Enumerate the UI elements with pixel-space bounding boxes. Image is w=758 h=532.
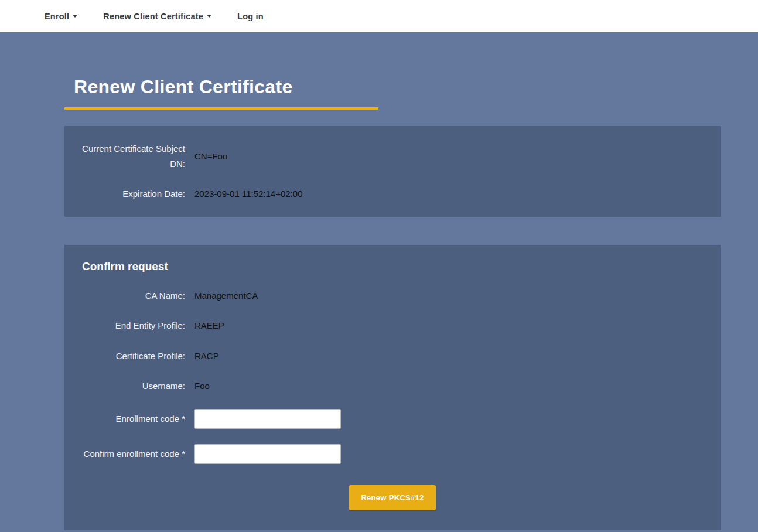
nav-log-in[interactable]: Log in — [237, 12, 264, 21]
page-title-underline: Renew Client Certificate — [64, 76, 378, 110]
renew-pkcs12-button[interactable]: Renew PKCS#12 — [349, 485, 435, 510]
expiration-date-row: Expiration Date: 2023-09-01 11:52:14+02:… — [82, 186, 703, 202]
end-entity-profile-value: RAEEP — [194, 320, 224, 330]
confirm-request-panel: Confirm request CA Name: ManagementCA En… — [64, 245, 721, 530]
confirm-enrollment-code-input[interactable] — [194, 444, 341, 464]
page-title: Renew Client Certificate — [74, 76, 378, 98]
ca-name-value: ManagementCA — [194, 291, 258, 301]
chevron-down-icon — [73, 15, 77, 18]
username-row: Username: Foo — [82, 378, 703, 394]
top-navbar: Enroll Renew Client Certificate Log in — [0, 0, 758, 32]
confirm-enrollment-code-row: Confirm enrollment code * — [82, 444, 703, 464]
nav-enroll-menu[interactable]: Enroll — [45, 12, 77, 21]
subject-dn-value: CN=Foo — [194, 151, 227, 161]
subject-dn-label: Current Certificate Subject DN: — [82, 141, 185, 171]
certificate-profile-value: RACP — [194, 351, 219, 361]
chevron-down-icon — [207, 15, 211, 18]
confirm-enrollment-code-label: Confirm enrollment code * — [82, 446, 185, 462]
nav-renew-label: Renew Client Certificate — [103, 12, 203, 21]
current-certificate-panel: Current Certificate Subject DN: CN=Foo E… — [64, 126, 721, 217]
end-entity-profile-row: End Entity Profile: RAEEP — [82, 318, 703, 333]
ca-name-row: CA Name: ManagementCA — [82, 288, 703, 303]
subject-dn-row: Current Certificate Subject DN: CN=Foo — [82, 141, 703, 171]
certificate-profile-label: Certificate Profile: — [82, 349, 185, 364]
enrollment-code-input[interactable] — [194, 409, 341, 429]
nav-renew-client-certificate-menu[interactable]: Renew Client Certificate — [103, 12, 211, 21]
nav-enroll-label: Enroll — [45, 12, 69, 21]
username-value: Foo — [194, 381, 210, 391]
enrollment-code-row: Enrollment code * — [82, 409, 703, 429]
enrollment-code-label: Enrollment code * — [82, 411, 185, 427]
main-content: Renew Client Certificate Current Certifi… — [64, 76, 721, 530]
username-label: Username: — [82, 378, 185, 394]
expiration-date-value: 2023-09-01 11:52:14+02:00 — [194, 189, 302, 199]
ca-name-label: CA Name: — [82, 288, 185, 303]
nav-login-label: Log in — [237, 12, 264, 21]
certificate-profile-row: Certificate Profile: RACP — [82, 349, 703, 364]
end-entity-profile-label: End Entity Profile: — [82, 318, 185, 333]
confirm-request-heading: Confirm request — [82, 260, 703, 273]
button-row: Renew PKCS#12 — [82, 485, 703, 510]
expiration-date-label: Expiration Date: — [82, 186, 185, 202]
